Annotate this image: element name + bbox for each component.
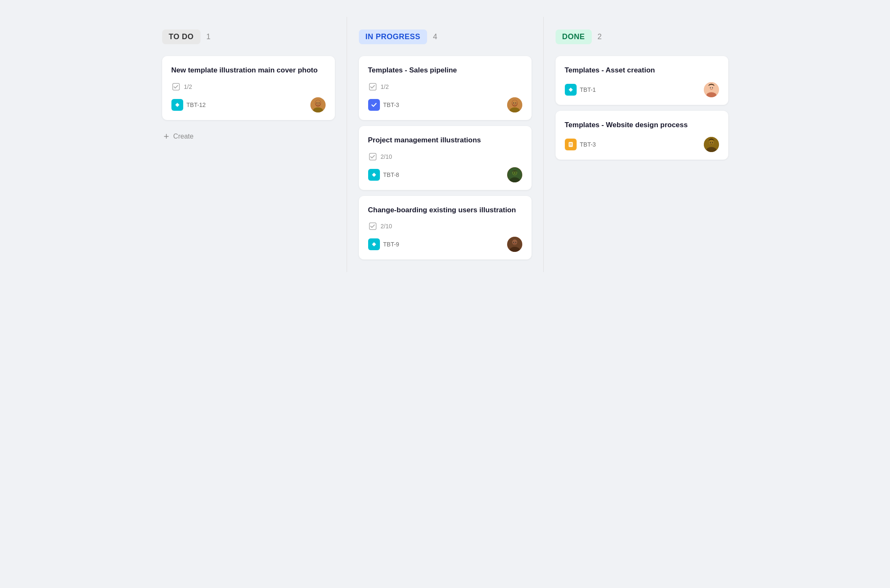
ticket-badge: TBT-1 xyxy=(565,84,596,96)
card-sales-pipeline[interactable]: Templates - Sales pipeline 1/2 xyxy=(359,56,532,120)
card-website-design[interactable]: Templates - Website design process TBT-3 xyxy=(556,111,728,160)
ticket-badge: TBT-12 xyxy=(171,99,206,111)
card-meta: 2/10 xyxy=(368,222,522,231)
todo-column: TO DO 1 New template illustration main c… xyxy=(150,17,347,272)
checklist-count: 1/2 xyxy=(184,83,192,90)
inprogress-column-header: IN PROGRESS 4 xyxy=(359,29,532,44)
ticket-type-icon xyxy=(565,139,577,150)
card-changeboarding[interactable]: Change-boarding existing users illustrat… xyxy=(359,196,532,260)
assignee-avatar xyxy=(507,167,522,182)
assignee-avatar xyxy=(704,82,719,97)
svg-point-23 xyxy=(373,243,375,246)
svg-point-7 xyxy=(318,102,319,103)
svg-point-20 xyxy=(513,172,514,173)
inprogress-column: IN PROGRESS 4 Templates - Sales pipeline… xyxy=(347,17,544,272)
plus-icon: + xyxy=(164,131,169,142)
card-asset-creation[interactable]: Templates - Asset creation TBT-1 xyxy=(556,56,728,105)
kanban-board: TO DO 1 New template illustration main c… xyxy=(150,17,740,272)
checklist-icon xyxy=(368,82,377,91)
svg-point-14 xyxy=(515,102,516,103)
todo-column-header: TO DO 1 xyxy=(162,29,335,44)
svg-point-33 xyxy=(710,87,711,88)
ticket-id: TBT-12 xyxy=(187,102,206,108)
assignee-avatar xyxy=(507,97,522,112)
assignee-avatar xyxy=(704,137,719,152)
ticket-badge: TBT-8 xyxy=(368,169,399,181)
card-meta: 1/2 xyxy=(368,82,522,91)
svg-point-21 xyxy=(515,172,516,173)
card-title: Templates - Asset creation xyxy=(565,65,719,75)
card-title: Templates - Sales pipeline xyxy=(368,65,522,75)
card-footer: TBT-1 xyxy=(565,82,719,97)
create-label: Create xyxy=(173,133,193,140)
todo-cards-list: New template illustration main cover pho… xyxy=(162,56,335,120)
done-column: DONE 2 Templates - Asset creation TBT-1 xyxy=(544,17,740,272)
card-project-mgmt[interactable]: Project management illustrations 2/10 xyxy=(359,126,532,190)
checklist-icon xyxy=(368,222,377,231)
inprogress-title-badge: IN PROGRESS xyxy=(359,29,428,44)
ticket-id: TBT-9 xyxy=(383,241,399,248)
inprogress-cards-list: Templates - Sales pipeline 1/2 xyxy=(359,56,532,259)
todo-count: 1 xyxy=(206,32,211,41)
checklist-count: 1/2 xyxy=(381,83,389,90)
svg-point-13 xyxy=(513,102,514,103)
ticket-type-icon xyxy=(171,99,183,111)
svg-point-42 xyxy=(712,142,713,143)
ticket-badge: TBT-3 xyxy=(368,99,399,111)
card-title: New template illustration main cover pho… xyxy=(171,65,326,75)
ticket-badge: TBT-9 xyxy=(368,238,399,250)
svg-point-29 xyxy=(569,88,572,91)
card-title: Templates - Website design process xyxy=(565,120,719,130)
svg-point-1 xyxy=(176,104,179,106)
ticket-type-icon xyxy=(368,99,380,111)
checklist-count: 2/10 xyxy=(381,223,392,230)
ticket-badge: TBT-3 xyxy=(565,139,596,150)
card-footer: TBT-8 xyxy=(368,167,522,182)
checklist-icon xyxy=(368,152,377,161)
svg-point-28 xyxy=(515,242,516,243)
ticket-type-icon xyxy=(368,238,380,250)
card-footer: TBT-9 xyxy=(368,237,522,252)
svg-point-27 xyxy=(513,242,514,243)
create-button[interactable]: + Create xyxy=(162,128,195,145)
done-title-badge: DONE xyxy=(556,29,592,44)
svg-rect-35 xyxy=(569,142,573,147)
svg-point-16 xyxy=(373,174,375,176)
inprogress-count: 4 xyxy=(433,32,437,41)
svg-point-6 xyxy=(316,102,317,103)
checklist-count: 2/10 xyxy=(381,153,392,160)
ticket-id: TBT-3 xyxy=(383,102,399,108)
ticket-id: TBT-1 xyxy=(580,86,596,93)
card-meta: 1/2 xyxy=(171,82,326,91)
assignee-avatar xyxy=(507,237,522,252)
ticket-id: TBT-3 xyxy=(580,141,596,148)
card-title: Change-boarding existing users illustrat… xyxy=(368,205,522,215)
card-footer: TBT-3 xyxy=(368,97,522,112)
svg-point-34 xyxy=(712,87,713,88)
svg-point-41 xyxy=(710,142,711,143)
card-footer: TBT-12 xyxy=(171,97,326,112)
card-footer: TBT-3 xyxy=(565,137,719,152)
todo-title-badge: TO DO xyxy=(162,29,200,44)
ticket-type-icon xyxy=(368,169,380,181)
done-column-header: DONE 2 xyxy=(556,29,728,44)
card-title: Project management illustrations xyxy=(368,135,522,145)
done-count: 2 xyxy=(598,32,602,41)
card-meta: 2/10 xyxy=(368,152,522,161)
done-cards-list: Templates - Asset creation TBT-1 xyxy=(556,56,728,160)
ticket-type-icon xyxy=(565,84,577,96)
card-new-template[interactable]: New template illustration main cover pho… xyxy=(162,56,335,120)
assignee-avatar xyxy=(310,97,326,112)
ticket-id: TBT-8 xyxy=(383,171,399,178)
checklist-icon xyxy=(171,82,181,91)
